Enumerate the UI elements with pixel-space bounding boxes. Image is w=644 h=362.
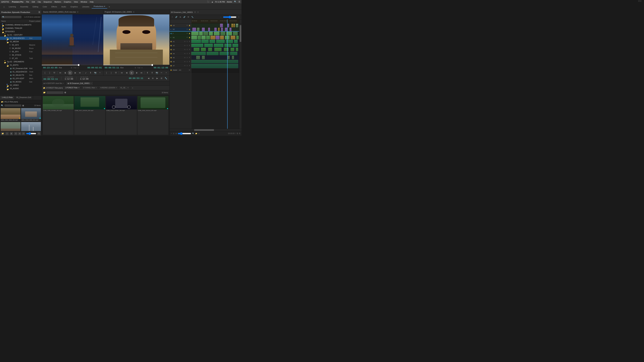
clip[interactable] [192, 28, 196, 31]
zoom-out-button[interactable]: - [219, 15, 222, 19]
bin-browser-search-input[interactable] [46, 91, 64, 94]
home-button[interactable]: ⌂ [1, 4, 7, 9]
menu-view[interactable]: View [74, 1, 78, 3]
new-item-button[interactable]: + [5, 132, 9, 135]
audio-clip[interactable] [191, 40, 201, 43]
timeline-zoom-slider[interactable] [223, 16, 236, 18]
timeline-horizontal-scrollbar[interactable] [170, 129, 242, 131]
clip[interactable] [225, 28, 227, 31]
more-workspaces-button[interactable]: » [109, 5, 110, 8]
track-row-v1b[interactable] [191, 31, 239, 35]
mark-in-button[interactable]: { [43, 71, 47, 75]
project-search-input[interactable] [1, 16, 22, 18]
tree-item-01-edits[interactable]: ▼ 📁 01_EDITS [0, 63, 42, 67]
track-row-a7[interactable] [191, 64, 239, 68]
tree-item-channel-brand[interactable]: ▶ 📁 CHANNEL BRAND ELEMENTS [0, 23, 42, 26]
timeline-audio-zoom-slider[interactable] [178, 133, 191, 134]
audio-clip[interactable] [230, 52, 237, 55]
sync-icon[interactable]: ⊕ [170, 37, 172, 38]
audio-clip[interactable] [226, 40, 233, 43]
audio-clip[interactable] [220, 52, 229, 55]
program-go-to-out-button[interactable]: ⏭ [140, 71, 144, 75]
bin-seq-tab-tunnel[interactable]: 3-TUNNEL Ride ✕ [82, 86, 98, 89]
menu-sequence[interactable]: Sequence [44, 1, 52, 3]
wrench-btn[interactable]: 🔧 [164, 76, 168, 80]
thumbnail-item[interactable]: A001_C041_0929_001.mp4 [21, 122, 41, 131]
timeline-vertical-scrollbar[interactable]: -11 -22 -33 [239, 23, 242, 129]
program-mark-out-button[interactable]: } [109, 71, 113, 75]
vscroll-thumb[interactable] [240, 25, 241, 42]
menu-help[interactable]: Help [90, 1, 94, 3]
play-program-button[interactable]: ▶ [129, 70, 134, 75]
menu-window[interactable]: Window [80, 1, 87, 3]
thumbnail-item[interactable]: A001_C001_0928_001.mp4 [1, 108, 20, 121]
audio-clip[interactable] [204, 44, 213, 47]
track-row-a1[interactable] [191, 39, 239, 43]
track-mute-btn[interactable]: M [184, 65, 186, 66]
lock-icon[interactable]: 🔒 [170, 57, 172, 58]
program-progress-bar[interactable] [103, 65, 170, 65]
program-step-back-button[interactable]: ◀ [124, 71, 128, 75]
delete-button[interactable]: 🗑 [10, 132, 13, 135]
clip[interactable] [230, 28, 232, 31]
bin-search-input[interactable] [4, 104, 21, 107]
export-frame-button[interactable]: 📷 [94, 71, 97, 75]
clip[interactable] [203, 32, 208, 35]
program-mark-in-button[interactable]: { [105, 71, 108, 75]
timeline-close-icon[interactable]: ✕ [197, 11, 199, 13]
tree-item-ep02[interactable]: ▼ 📁 Ep 02 - DREAMERS [0, 60, 42, 63]
bin-seq-tab-forest[interactable]: 2-FOREST Ride ✕ [64, 86, 81, 89]
ripple-edit-btn[interactable]: ⊕ [151, 76, 155, 80]
timeline-snapping-btn[interactable]: ⊞ [178, 15, 182, 19]
bin-view-toggle[interactable]: ⊞ [22, 104, 24, 107]
sync-icon[interactable]: ⊕ [172, 33, 174, 34]
add-track-button[interactable]: + [170, 15, 174, 19]
bin-add-icon[interactable]: 📁 [43, 91, 46, 94]
track-lock-btn[interactable]: 🔒 [188, 37, 190, 38]
audio-clip[interactable] [227, 56, 230, 59]
sync-icon[interactable]: ⊕ [170, 29, 172, 30]
clip[interactable] [220, 36, 224, 39]
track-record-btn[interactable]: 🎙 [188, 53, 190, 54]
audio-clip[interactable] [202, 56, 205, 59]
timeline-linked-btn[interactable]: 🔗 [183, 15, 186, 19]
track-row-a5[interactable] [191, 56, 239, 60]
tab-effects[interactable]: Effects [49, 5, 59, 8]
tab-color[interactable]: Color [40, 5, 49, 8]
tree-item-episodes[interactable]: ▼ 📁 EPISODES [0, 30, 42, 33]
sort-button[interactable]: ⇅ [37, 132, 40, 135]
lock-icon[interactable]: 🔒 [170, 53, 172, 54]
source-settings-icon[interactable]: ⚙ [71, 67, 72, 69]
lock-icon[interactable]: 🔒 [170, 49, 172, 50]
seq-tab-century[interactable]: ⊠ 0-CENTURY short film ✕ [42, 82, 66, 85]
lock-icon[interactable]: 🔒 [170, 25, 172, 26]
clip[interactable] [236, 36, 239, 39]
clip[interactable] [233, 32, 238, 35]
overwrite-button[interactable]: ⬇ [89, 71, 92, 75]
tree-item-01-sequences[interactable]: ▶ 📁 01_SEQUENCES Matt [0, 36, 42, 40]
track-mute-btn[interactable]: M [184, 61, 186, 62]
thumbnail-size-slider[interactable] [26, 133, 36, 134]
track-visibility-btn[interactable]: 👁 [186, 33, 188, 34]
program-step-fwd-button[interactable]: ▶ [135, 71, 139, 75]
audio-clip[interactable] [202, 40, 209, 43]
track-mute-btn[interactable]: M [184, 49, 186, 50]
clip[interactable] [226, 32, 232, 35]
tab-libraries[interactable]: Libraries [80, 5, 91, 8]
timeline-folder-btn[interactable]: 📁 [195, 133, 197, 134]
track-record-btn[interactable]: 🎙 [188, 49, 190, 50]
track-solo-btn[interactable]: S [186, 57, 188, 58]
audio-clip[interactable] [214, 48, 222, 51]
audio-clip[interactable] [210, 40, 215, 43]
lock-icon[interactable]: 🔒 [170, 45, 172, 46]
menu-file[interactable]: File [26, 1, 29, 3]
source-monitor-viewer[interactable] [42, 14, 103, 65]
clip[interactable]: Ora [234, 24, 235, 27]
program-monitor-settings[interactable]: ⚙ [133, 11, 134, 13]
track-record-btn[interactable]: 🎙 [188, 61, 190, 62]
audio-clip[interactable] [234, 40, 238, 43]
icon-view-button[interactable]: ⊞ [18, 132, 21, 135]
clip[interactable] [199, 32, 203, 35]
clip[interactable] [209, 32, 213, 35]
tree-item-01-seq2[interactable]: ▦ 01_SEQUENCES Vivek [0, 70, 42, 73]
